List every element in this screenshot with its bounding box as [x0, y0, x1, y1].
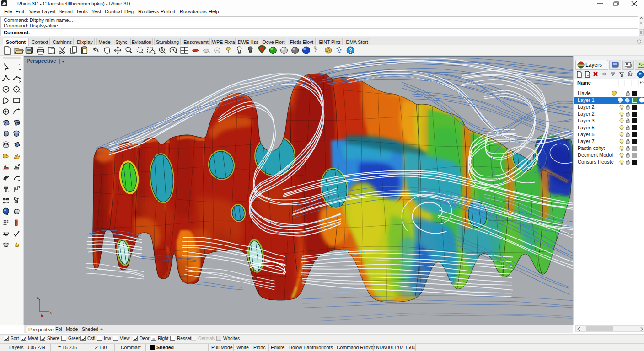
svg-text:x: x	[50, 310, 52, 314]
svg-text:?: ?	[349, 48, 352, 54]
svg-text:Perspective: Perspective	[27, 58, 56, 64]
svg-text:z: z	[37, 296, 38, 300]
